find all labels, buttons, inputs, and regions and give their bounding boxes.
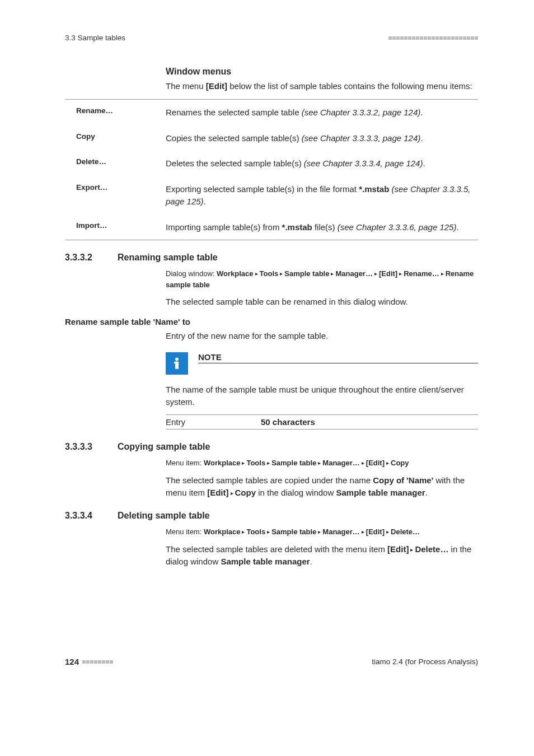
- footer-dashes: [82, 660, 113, 664]
- svg-rect-2: [174, 362, 176, 363]
- note-title: NOTE: [198, 352, 478, 363]
- entry-value: 50 characters: [261, 417, 315, 427]
- table-row: Delete… Deletes the selected sample tabl…: [65, 151, 478, 176]
- entry-label: Entry: [166, 417, 261, 427]
- section-ref: 3.3 Sample tables: [65, 34, 125, 42]
- edit-menu-table: Rename… Renames the selected sample tabl…: [65, 99, 478, 241]
- note-body: The name of the sample table must be uni…: [166, 384, 478, 408]
- table-row: Import… Importing sample table(s) from *…: [65, 214, 478, 240]
- table-row: Copy Copies the selected sample table(s)…: [65, 125, 478, 151]
- menu-desc: Copies the selected sample table(s) (see…: [166, 132, 478, 144]
- table-row: Rename… Renames the selected sample tabl…: [65, 100, 478, 125]
- menu-desc: Importing sample table(s) from *.mstab f…: [166, 221, 478, 234]
- dialog-path: Dialog window: WorkplaceToolsSample tabl…: [166, 268, 478, 290]
- section-heading-3332: 3.3.3.2 Renaming sample table: [65, 253, 478, 263]
- menu-path: Menu item: WorkplaceToolsSample tableMan…: [166, 458, 478, 469]
- menu-label-delete: Delete…: [65, 157, 166, 170]
- body-text: The selected sample table can be renamed…: [166, 296, 478, 308]
- table-row: Export… Exporting selected sample table(…: [65, 176, 478, 214]
- section-heading-3333: 3.3.3.3 Copying sample table: [65, 442, 478, 452]
- section-heading-3334: 3.3.3.4 Deleting sample table: [65, 511, 478, 521]
- menu-desc: Renames the selected sample table (see C…: [166, 106, 478, 119]
- info-icon: [166, 352, 188, 375]
- section-title: Deleting sample table: [118, 511, 210, 521]
- body-text: The selected sample tables are deleted w…: [166, 543, 478, 568]
- menu-label-import: Import…: [65, 221, 166, 234]
- note-block: NOTE The name of the sample table must b…: [166, 352, 478, 408]
- section-number: 3.3.3.2: [65, 253, 102, 263]
- body-text: The selected sample tables are copied un…: [166, 474, 478, 499]
- menu-desc: Exporting selected sample table(s) in th…: [166, 183, 478, 208]
- menu-path: Menu item: WorkplaceToolsSample tableMan…: [166, 526, 478, 538]
- page-number: 124: [65, 657, 79, 666]
- rename-subhead: Rename sample table 'Name' to: [65, 317, 478, 326]
- section-number: 3.3.3.3: [65, 442, 102, 452]
- section-title: Copying sample table: [118, 442, 210, 452]
- window-menus-heading: Window menus: [166, 67, 478, 77]
- product-label: tiamo 2.4 (for Process Analysis): [372, 657, 478, 666]
- svg-point-0: [175, 357, 179, 361]
- header-dashes: [388, 36, 478, 40]
- page-footer: 124 tiamo 2.4 (for Process Analysis): [65, 657, 478, 666]
- menu-label-export: Export…: [65, 183, 166, 208]
- running-header: 3.3 Sample tables: [65, 34, 478, 42]
- window-menus-intro: The menu [Edit] below the list of sample…: [166, 80, 478, 92]
- menu-label-rename: Rename…: [65, 106, 166, 119]
- menu-desc: Deletes the selected sample table(s) (se…: [166, 157, 478, 170]
- section-title: Renaming sample table: [118, 253, 218, 263]
- body-text: Entry of the new name for the sample tab…: [166, 330, 478, 342]
- menu-label-copy: Copy: [65, 132, 166, 144]
- entry-constraint: Entry 50 characters: [166, 414, 478, 430]
- section-number: 3.3.3.4: [65, 511, 102, 521]
